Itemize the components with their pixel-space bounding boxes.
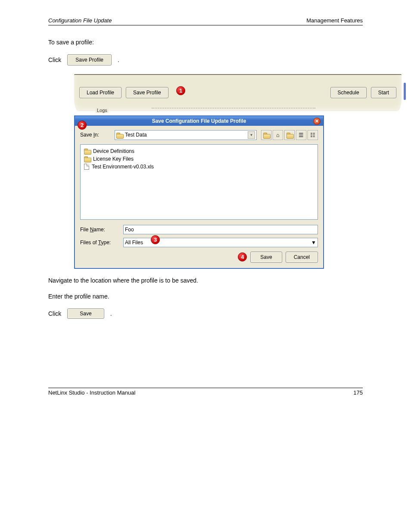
up-folder-icon[interactable] (261, 130, 271, 140)
header-chapter: Management Features (306, 17, 363, 24)
file-name-label: File Name: (80, 227, 119, 233)
window-edge-fragment (404, 83, 406, 100)
folder-icon (84, 149, 90, 153)
dialog-title: Save Configuration File Update Profile (152, 118, 246, 124)
list-view-icon[interactable]: ☰ (296, 130, 306, 140)
file-name-input[interactable] (123, 225, 318, 234)
footer-page-number: 175 (353, 389, 363, 396)
step-2: Navigate to the location where the profi… (48, 277, 363, 285)
new-folder-icon[interactable] (284, 130, 295, 140)
list-item[interactable]: License Key Files (84, 155, 314, 163)
page-footer: NetLinx Studio - Instruction Manual 175 (48, 388, 363, 396)
save-in-select[interactable]: Test Data ▼ (115, 130, 257, 140)
callout-2: 2 (78, 121, 87, 130)
step-3: Enter the profile name. (48, 292, 363, 301)
file-icon (84, 164, 89, 170)
save-inline-button: Save (67, 308, 104, 319)
step-4: Click Save . (48, 308, 363, 319)
callout-1: 1 (176, 86, 185, 95)
file-list[interactable]: Device Definitions License Key Files Tes… (80, 144, 318, 220)
save-profile-inline-button: Save Profile (67, 54, 112, 65)
chevron-down-icon[interactable]: ▼ (311, 240, 316, 246)
screenshot-toolbar: Load Profile Save Profile Schedule Start… (74, 74, 402, 111)
header-section: Configuration File Update (48, 17, 112, 24)
step-1: Click Save Profile . (48, 54, 363, 65)
page-header: Configuration File Update Management Fea… (48, 17, 363, 25)
load-profile-button[interactable]: Load Profile (79, 87, 121, 98)
file-type-label: Files of Type: (80, 240, 119, 246)
step1-after: . (118, 56, 119, 63)
home-icon[interactable]: ⌂ (273, 130, 283, 140)
folder-icon (116, 133, 123, 137)
start-button[interactable]: Start (371, 87, 396, 98)
screenshot-save-dialog: Save Configuration File Update Profile ✕… (74, 115, 324, 269)
list-item[interactable]: Device Definitions (84, 147, 314, 155)
save-in-value: Test Data (125, 132, 246, 138)
footer-doc-title: NetLinx Studio - Instruction Manual (48, 389, 135, 396)
close-icon[interactable]: ✕ (313, 118, 321, 125)
logs-label-fragment: Logs (96, 108, 109, 113)
step4-after: . (110, 310, 112, 317)
callout-3: 3 (151, 235, 160, 244)
cancel-button[interactable]: Cancel (286, 252, 318, 263)
details-view-icon[interactable]: ☷ (308, 130, 318, 140)
step4-before: Click (48, 310, 61, 317)
chevron-down-icon[interactable]: ▼ (248, 131, 255, 139)
save-profile-button[interactable]: Save Profile (126, 87, 168, 98)
folder-icon (84, 156, 90, 161)
intro-text: To save a profile: (48, 38, 363, 47)
list-item[interactable]: Test Environment-v0.03.xls (84, 163, 314, 171)
dialog-titlebar: Save Configuration File Update Profile ✕ (75, 116, 323, 126)
save-button[interactable]: Save (250, 252, 282, 263)
step1-before: Click (48, 56, 61, 63)
callout-4: 4 (238, 252, 247, 261)
save-in-label: Save In: (80, 132, 110, 138)
schedule-button[interactable]: Schedule (330, 87, 367, 98)
